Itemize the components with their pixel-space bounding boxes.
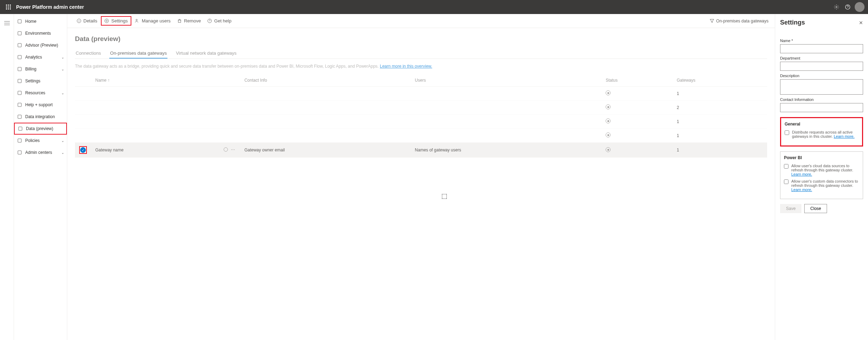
sidebar-item-policies[interactable]: Policies⌄ [14,135,67,147]
people-icon [135,19,140,23]
cmd-settings[interactable]: Settings [101,16,131,26]
cmd-manage-users[interactable]: Manage users [132,17,173,25]
tab-vnet-gateways[interactable]: Virtual network data gateways [175,48,237,59]
custom-connectors-checkbox[interactable] [784,179,788,184]
table-row[interactable]: 1 [75,129,767,143]
table-row[interactable]: 1 [75,115,767,129]
sidebar-item-label: Analytics [25,55,42,60]
cell-gateways: 1 [673,129,767,143]
col-users[interactable]: Users [411,74,601,87]
cmd-get-help[interactable]: Get help [205,17,234,25]
general-learn-more-link[interactable]: Learn more. [834,134,854,138]
tabs: Connections On-premises data gateways Vi… [75,48,767,59]
cell-gateways: 1 [673,115,767,129]
cmd-manage-users-label: Manage users [142,18,171,23]
settings-panel: Settings ✕ Name * Department Description… [775,14,868,340]
svg-rect-14 [18,55,21,59]
user-avatar[interactable] [855,2,864,12]
chevron-down-icon: ⌄ [61,139,64,143]
table-row[interactable]: 2 [75,101,767,115]
description-input[interactable] [780,79,863,95]
col-contact[interactable]: Contact Info [240,74,411,87]
sidebar-item-billing[interactable]: Billing⌄ [14,63,67,75]
svg-rect-17 [18,91,21,95]
svg-rect-27 [178,20,181,22]
sidebar-item-data-preview-[interactable]: Data (preview) [14,123,67,135]
svg-rect-13 [18,43,21,47]
cell-contact [240,129,411,143]
cmd-remove-label: Remove [184,18,201,23]
sidebar-item-label: Home [25,19,36,24]
resources-icon [17,90,22,96]
sidebar-item-analytics[interactable]: Analytics⌄ [14,51,67,63]
sidebar-item-label: Policies [25,138,40,143]
distribute-requests-checkbox[interactable] [785,130,789,135]
sidebar-item-label: Environments [25,31,51,36]
custom-connectors-label: Allow user's custom data connectors to r… [791,179,858,188]
info-icon [76,19,81,23]
save-button[interactable]: Save [780,204,801,213]
name-input[interactable] [780,44,863,53]
sidebar-item-data-integration[interactable]: Data integration [14,111,67,123]
contact-input[interactable] [780,103,863,112]
cmd-get-help-label: Get help [214,18,232,23]
powerbi-card: Power BI Allow user's cloud data sources… [780,151,863,199]
sidebar-item-resources[interactable]: Resources⌄ [14,87,67,99]
cell-contact: Gateway owner email [240,143,411,158]
row-more-icon[interactable]: ⋯ [231,147,235,152]
cloud-data-sources-checkbox[interactable] [784,164,788,169]
sidebar-item-home[interactable]: Home [14,15,67,27]
panel-subtitle [780,28,863,32]
filter-gateways[interactable]: On-premises data gateways [710,19,769,23]
cell-users [411,101,601,115]
sidebar-item-admin-centers[interactable]: Admin centers⌄ [14,147,67,158]
sidebar-item-advisor-preview-[interactable]: Advisor (Preview) [14,39,67,51]
sidebar-item-environments[interactable]: Environments [14,27,67,39]
svg-rect-22 [18,151,21,154]
col-gateways[interactable]: Gateways [673,74,767,87]
svg-rect-19 [18,115,21,118]
filter-label: On-premises data gateways [716,19,769,23]
cell-gateways: 1 [673,143,767,158]
tab-connections[interactable]: Connections [75,48,102,59]
cloud-data-sources-label: Allow user's cloud data sources to refre… [791,164,853,172]
billing-icon [17,66,22,72]
settings-icon[interactable] [831,1,842,13]
svg-rect-12 [18,32,21,35]
svg-point-26 [136,19,137,21]
powerbi-learn-more-1-link[interactable]: Learn more. [791,172,812,176]
cell-gateways: 1 [673,87,767,101]
app-launcher-icon[interactable] [4,2,13,12]
cmd-remove[interactable]: Remove [174,17,204,25]
sidebar-item-label: Advisor (Preview) [25,43,58,48]
powerbi-title: Power BI [784,155,859,160]
row-info-icon[interactable] [223,147,228,152]
svg-point-24 [106,20,108,22]
col-status[interactable]: Status [601,74,673,87]
table-row[interactable]: ✓ Gateway name ⋯ Gateway owner email Nam… [75,143,767,158]
advisor-icon [17,42,22,48]
cell-users: Names of gateway users [411,143,601,158]
close-button[interactable]: Close [804,204,827,213]
svg-rect-21 [18,139,21,142]
env-icon [17,30,22,36]
hamburger-icon[interactable] [1,18,13,29]
gateways-table: Name ↑ Contact Info Users Status Gateway… [75,74,767,158]
sidebar-item-settings[interactable]: Settings [14,75,67,87]
status-icon [606,147,611,152]
sidebar-item-label: Help + support [25,102,53,107]
cell-contact [240,87,411,101]
table-row[interactable]: 1 [75,87,767,101]
desc-learn-more-link[interactable]: Learn more in this overview. [380,64,432,69]
tab-onprem-gateways[interactable]: On-premises data gateways [109,48,167,59]
sidebar-item-help-support[interactable]: Help + support [14,99,67,111]
close-icon[interactable]: ✕ [859,20,863,26]
col-name[interactable]: Name ↑ [91,74,219,87]
svg-point-29 [224,148,228,151]
department-input[interactable] [780,62,863,71]
help-icon[interactable] [842,1,853,13]
powerbi-learn-more-2-link[interactable]: Learn more. [791,188,812,192]
cell-users [411,87,601,101]
cmd-details[interactable]: Details [74,17,100,25]
row-checkbox[interactable]: ✓ [80,147,86,153]
